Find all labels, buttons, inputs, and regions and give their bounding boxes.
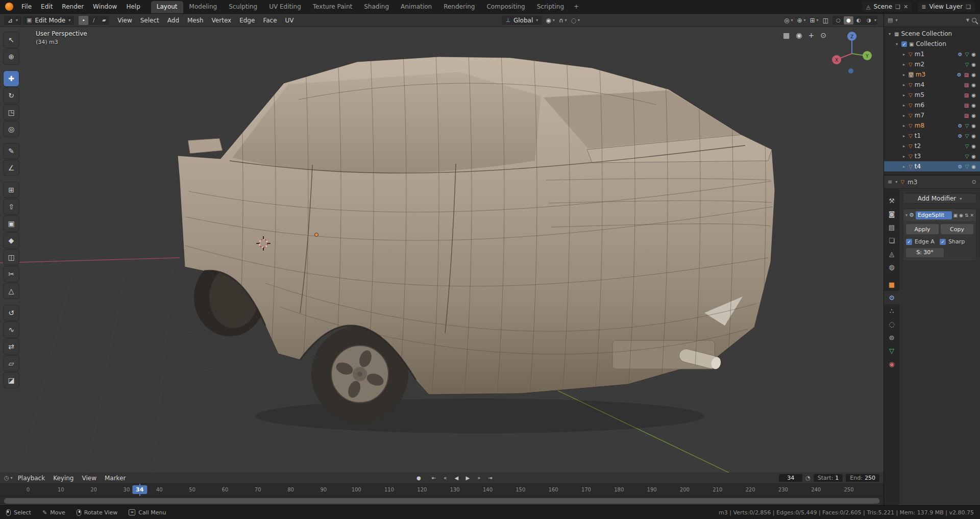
tool-inset-faces[interactable]: ▣ bbox=[4, 216, 19, 231]
timeline-menu-keying[interactable]: Keying bbox=[49, 474, 78, 482]
outliner-item-m2[interactable]: ▸▽m2▽◉ bbox=[884, 59, 980, 69]
outliner-row-scene-collection[interactable]: ▾ ▦ Scene Collection bbox=[884, 29, 980, 39]
eye-icon[interactable]: ◉ bbox=[971, 82, 976, 88]
properties-tab-world[interactable]: ◍ bbox=[884, 260, 899, 274]
modifier-icon[interactable]: ⚙ bbox=[958, 164, 963, 169]
pivot-point-dropdown[interactable]: ◉ ▾ bbox=[546, 17, 555, 24]
outliner-item-m8[interactable]: ▸▽m8⚙▽◉ bbox=[884, 120, 980, 131]
eye-icon[interactable]: ◉ bbox=[971, 113, 976, 118]
apply-button[interactable]: Apply bbox=[906, 224, 939, 234]
shading-material-button[interactable]: ◐ bbox=[854, 16, 864, 24]
zoom-icon[interactable]: ⊙ bbox=[820, 31, 826, 39]
tool-move[interactable]: ✚ bbox=[4, 71, 19, 86]
properties-tab-view-layer[interactable]: ❏ bbox=[884, 234, 899, 247]
viewport-3d[interactable]: ↖⊕✚↻◳◎✎∠⊞⇧▣◆◫✂△↺∿⇄▱◪ User Perspective (3… bbox=[0, 27, 884, 473]
disclosure-icon[interactable]: ▸ bbox=[901, 134, 906, 138]
disclosure-icon[interactable]: ▾ bbox=[887, 32, 892, 36]
outliner-item-m3[interactable]: ▸▽m3⚙▨◉ bbox=[884, 69, 980, 80]
properties-tab-tool[interactable]: ⚒ bbox=[884, 194, 899, 207]
viewport-menu-face[interactable]: Face bbox=[259, 16, 281, 25]
viewport-menu-uv[interactable]: UV bbox=[281, 16, 298, 25]
display-render-icon[interactable]: ◉ bbox=[959, 213, 963, 218]
tool-scale[interactable]: ◳ bbox=[4, 105, 19, 120]
navigation-gizmo[interactable]: Z X Y bbox=[828, 29, 875, 76]
next-keyframe-button[interactable]: » bbox=[474, 474, 484, 482]
tool-edge-slide[interactable]: ⇄ bbox=[4, 339, 19, 354]
properties-tab-modifier[interactable]: ⚙ bbox=[884, 291, 899, 304]
frame-end-field[interactable]: End: 250 bbox=[846, 474, 879, 482]
outliner-item-m6[interactable]: ▸▽m6▨◉ bbox=[884, 100, 980, 110]
shading-wireframe-button[interactable]: ○ bbox=[834, 16, 843, 24]
add-workspace-button[interactable]: + bbox=[570, 1, 582, 13]
modifier-collapse-icon[interactable]: ▾ bbox=[905, 213, 908, 217]
eye-icon[interactable]: ◉ bbox=[971, 72, 976, 78]
axis-z-negative-handle[interactable] bbox=[848, 68, 853, 73]
disclosure-icon[interactable]: ▸ bbox=[901, 103, 906, 108]
workspace-tab-shading[interactable]: Shading bbox=[358, 1, 395, 13]
xray-toggle[interactable]: ◫ bbox=[823, 17, 828, 24]
tool-bevel[interactable]: ◆ bbox=[4, 233, 19, 248]
eye-icon[interactable]: ◉ bbox=[971, 52, 976, 57]
workspace-tab-compositing[interactable]: Compositing bbox=[481, 1, 530, 13]
modifier-icon[interactable]: ⚙ bbox=[958, 123, 963, 129]
modifier-icon[interactable]: ⚙ bbox=[958, 133, 963, 139]
outliner-item-t3[interactable]: ▸▽t3▽◉ bbox=[884, 151, 980, 161]
tool-loop-cut[interactable]: ◫ bbox=[4, 250, 19, 265]
material-icon[interactable]: ▨ bbox=[964, 82, 969, 88]
material-icon[interactable]: ▨ bbox=[964, 92, 969, 98]
viewport-menu-add[interactable]: Add bbox=[163, 16, 183, 25]
properties-tab-render[interactable]: ◙ bbox=[884, 207, 899, 220]
outliner-item-t1[interactable]: ▸▽t1⚙▽◉ bbox=[884, 131, 980, 141]
tool-extrude-region[interactable]: ⇧ bbox=[4, 199, 19, 214]
properties-tab-constraints[interactable]: ⊜ bbox=[884, 331, 899, 344]
tool-knife[interactable]: ✂ bbox=[4, 266, 19, 282]
transform-orientation-dropdown[interactable]: ⊥ Global ▾ bbox=[502, 16, 542, 25]
edge-select-button[interactable]: ∕ bbox=[89, 16, 99, 25]
menu-render[interactable]: Render bbox=[57, 2, 88, 11]
vertex-select-button[interactable]: ∙ bbox=[79, 16, 88, 25]
timeline-editor-button[interactable]: ◷ ▾ bbox=[4, 475, 13, 481]
eye-icon[interactable]: ◉ bbox=[971, 164, 976, 169]
tool-cursor[interactable]: ⊕ bbox=[4, 49, 19, 64]
new-scene-icon[interactable]: ❏ bbox=[895, 4, 900, 10]
data-icon[interactable]: ▽ bbox=[965, 133, 969, 139]
face-select-button[interactable]: ▰ bbox=[99, 16, 109, 25]
outliner-editor-icon[interactable]: ▤ bbox=[888, 17, 893, 23]
disclosure-icon[interactable]: ▸ bbox=[901, 72, 906, 77]
frame-start-field[interactable]: Start: 1 bbox=[814, 474, 843, 482]
eye-icon[interactable]: ◉ bbox=[971, 92, 976, 98]
eye-icon[interactable]: ◉ bbox=[971, 143, 976, 149]
autokey-button[interactable]: ● bbox=[413, 474, 424, 482]
unlink-scene-icon[interactable]: ✕ bbox=[903, 4, 908, 10]
jump-start-button[interactable]: ⇤ bbox=[429, 474, 439, 482]
camera-view-icon[interactable]: ◉ bbox=[796, 31, 802, 39]
modifier-icon[interactable]: ⚙ bbox=[958, 52, 963, 57]
current-frame-badge[interactable]: 34 bbox=[132, 485, 147, 494]
outliner-item-m4[interactable]: ▸▽m4▨◉ bbox=[884, 80, 980, 90]
eye-icon[interactable]: ◉ bbox=[971, 103, 976, 108]
menu-edit[interactable]: Edit bbox=[36, 2, 57, 11]
tool-poly-build[interactable]: △ bbox=[4, 283, 19, 299]
eye-icon[interactable]: ◉ bbox=[971, 133, 976, 139]
disclosure-icon[interactable]: ▸ bbox=[901, 62, 906, 67]
blender-logo-icon[interactable] bbox=[5, 3, 13, 11]
material-icon[interactable]: ▨ bbox=[964, 72, 969, 78]
timeline-ruler[interactable]: 0102030405060708090100110120130140150160… bbox=[0, 484, 884, 497]
data-icon[interactable]: ▽ bbox=[965, 52, 969, 57]
viewport-menu-mesh[interactable]: Mesh bbox=[183, 16, 208, 25]
new-view-layer-icon[interactable]: ❏ bbox=[966, 4, 971, 10]
scrollbar-thumb[interactable] bbox=[4, 498, 879, 504]
eye-icon[interactable]: ◉ bbox=[971, 154, 976, 159]
menu-help[interactable]: Help bbox=[121, 2, 144, 11]
search-icon[interactable] bbox=[972, 18, 976, 22]
properties-tab-particles[interactable]: ∴ bbox=[884, 304, 899, 317]
outliner-item-m1[interactable]: ▸▽m1⚙▽◉ bbox=[884, 49, 980, 59]
workspace-tab-animation[interactable]: Animation bbox=[395, 1, 437, 13]
shading-solid-button[interactable]: ● bbox=[844, 16, 853, 24]
show-overlays-toggle[interactable]: ⊞ ▾ bbox=[810, 17, 819, 24]
disclosure-icon[interactable]: ▸ bbox=[901, 164, 906, 169]
current-frame-field[interactable]: 34 bbox=[779, 474, 802, 482]
data-icon[interactable]: ▽ bbox=[965, 154, 969, 159]
split-angle-field[interactable]: S: 30° bbox=[906, 248, 944, 257]
viewport-canvas[interactable] bbox=[0, 27, 884, 473]
